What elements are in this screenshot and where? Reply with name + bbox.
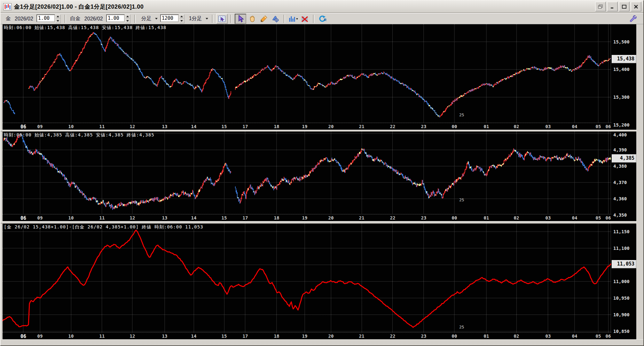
spin-up-icon[interactable]	[125, 14, 130, 19]
time-tick-label: 21	[357, 124, 366, 129]
chevron-down-icon	[206, 18, 208, 19]
time-tick-label: 04	[570, 215, 579, 220]
marker-crosshair-icon	[271, 15, 279, 23]
time-tick-label: 01	[482, 124, 491, 129]
spin-up-icon[interactable]	[179, 14, 185, 19]
period-unit-dropdown[interactable]: 分足	[139, 15, 158, 22]
time-tick-label: 21	[357, 215, 366, 220]
draw-pencil-tool-button[interactable]	[258, 14, 269, 24]
gold-contract-month: 2026/02	[15, 16, 33, 22]
marker-crosshair-tool-button[interactable]	[270, 14, 281, 24]
gold-multiplier-value[interactable]: 1.00	[36, 14, 55, 22]
chart-pointer-icon	[218, 15, 226, 23]
time-tick-label: 14	[189, 124, 198, 129]
platinum-price-axis: 4,4004,3904,3804,3704,3604,3504,385	[611, 132, 636, 221]
chart-pointer-tool-button[interactable]	[216, 14, 228, 24]
delete-study-button[interactable]	[299, 14, 310, 24]
chart-type-bars-button[interactable]	[288, 14, 299, 24]
price-tick-label: 10,900	[613, 312, 630, 317]
pencil-icon	[260, 15, 268, 23]
timeframe-label: 1分足	[189, 15, 202, 22]
bar-count-stepper[interactable]: 1200	[160, 14, 185, 23]
time-tick-label: 04	[570, 124, 579, 129]
price-tick-label: 4,370	[613, 180, 627, 185]
time-tick-label: 05	[594, 124, 603, 129]
price-tick-label: 10,850	[613, 329, 630, 334]
refresh-button[interactable]: R	[317, 14, 328, 24]
maximize-button[interactable]	[619, 2, 630, 12]
select-cursor-tool-button[interactable]	[235, 14, 246, 24]
time-tick-label: 20	[326, 215, 335, 220]
time-tick-label: 17	[241, 215, 250, 220]
time-tick-label: 09	[35, 215, 44, 220]
time-tick-label: 03	[544, 124, 553, 129]
time-tick-label: 23	[419, 215, 428, 220]
timeframe-dropdown[interactable]: 1分足	[187, 15, 208, 22]
gold-multiplier-stepper[interactable]: 1.00	[36, 14, 61, 23]
date-marker-label: 25	[459, 325, 464, 329]
time-tick-label: 20	[326, 124, 335, 129]
gold-candlestick-plot[interactable]: 25 時刻:06:00 始値:15,438 高値:15,438 安値:15,43…	[3, 24, 611, 123]
current-price-badge: 11,053	[612, 260, 636, 268]
platinum-multiplier-value[interactable]: 1.00	[106, 14, 125, 22]
time-tick-label: 22	[388, 334, 397, 339]
time-tick-label: 14	[189, 334, 198, 339]
app-window: 金1分足[2026/02]1.00 - 白金1分足[2026/02]1.00 金…	[0, 0, 644, 346]
price-tick-label: 4,390	[613, 147, 627, 152]
time-tick-label: 06	[19, 124, 28, 130]
time-tick-label: 01	[482, 334, 491, 339]
chevron-down-icon	[155, 18, 158, 19]
minimize-button[interactable]	[607, 2, 618, 12]
spin-down-icon[interactable]	[55, 19, 61, 23]
bar-count-value[interactable]: 1200	[160, 14, 179, 22]
bar-chart-delete-icon	[301, 15, 309, 23]
time-tick-label: 22	[388, 215, 397, 220]
time-tick-label: 06	[604, 215, 611, 220]
time-tick-label: 09	[35, 124, 44, 129]
window-right-frame	[636, 24, 644, 339]
restore-windows-button[interactable]	[595, 2, 606, 12]
time-tick-label: 23	[419, 334, 428, 339]
time-tick-label: 17	[241, 334, 250, 339]
time-tick-label: 02	[512, 215, 521, 220]
spread-line-plot[interactable]: 25 [金 26/02 15,438×1.00]-[白金 26/02 4,385…	[3, 224, 611, 332]
platinum-candlestick-plot[interactable]: 25 時刻:06:00 始値:4,385 高値:4,385 安値:4,385 終…	[3, 132, 611, 214]
date-marker-label: 25	[459, 112, 464, 117]
time-tick-label: 21	[357, 334, 366, 339]
current-price-badge: 4,385	[612, 154, 636, 163]
time-tick-label: 11	[98, 334, 106, 339]
toolbar-separator	[134, 15, 136, 23]
toolbar-separator	[65, 15, 66, 23]
time-tick-label: 14	[189, 215, 198, 220]
price-tick-label: 15,200	[613, 122, 630, 127]
time-tick-label: 11	[98, 124, 106, 129]
time-tick-label: 20	[326, 334, 335, 339]
chart-area: 25 時刻:06:00 始値:15,438 高値:15,438 安値:15,43…	[1, 24, 643, 345]
time-tick-label: 05	[594, 215, 603, 220]
time-tick-label: 00	[450, 124, 459, 129]
spin-down-icon[interactable]	[179, 19, 185, 23]
svg-text:R: R	[324, 18, 326, 22]
time-tick-label: 23	[419, 124, 428, 129]
current-price-badge: 15,438	[612, 55, 636, 63]
pan-hand-tool-button[interactable]	[247, 14, 258, 24]
toolbar-separator	[313, 15, 314, 23]
spin-down-icon[interactable]	[125, 19, 130, 23]
spin-up-icon[interactable]	[55, 14, 61, 19]
time-tick-label: 00	[450, 334, 459, 339]
toolbar-separator	[231, 15, 232, 23]
time-tick-label: 19	[300, 334, 309, 339]
title-bar[interactable]: 金1分足[2026/02]1.00 - 白金1分足[2026/02]1.00	[1, 1, 643, 13]
time-tick-label: 10	[67, 124, 75, 129]
time-tick-label: 04	[570, 334, 579, 339]
spread-time-axis: 0609101112131415171819202122230001020304…	[3, 332, 611, 339]
period-unit-label: 分足	[141, 15, 152, 22]
time-tick-label: 22	[388, 124, 397, 129]
time-tick-label: 06	[19, 215, 28, 221]
settings-wrench-icon[interactable]	[629, 14, 637, 23]
panel-splitter[interactable]	[1, 221, 643, 224]
time-tick-label: 15	[220, 124, 229, 129]
platinum-multiplier-stepper[interactable]: 1.00	[106, 14, 130, 23]
gold-time-axis: 0609101112131415171819202122230001020304…	[3, 123, 611, 130]
close-button[interactable]	[631, 2, 641, 12]
